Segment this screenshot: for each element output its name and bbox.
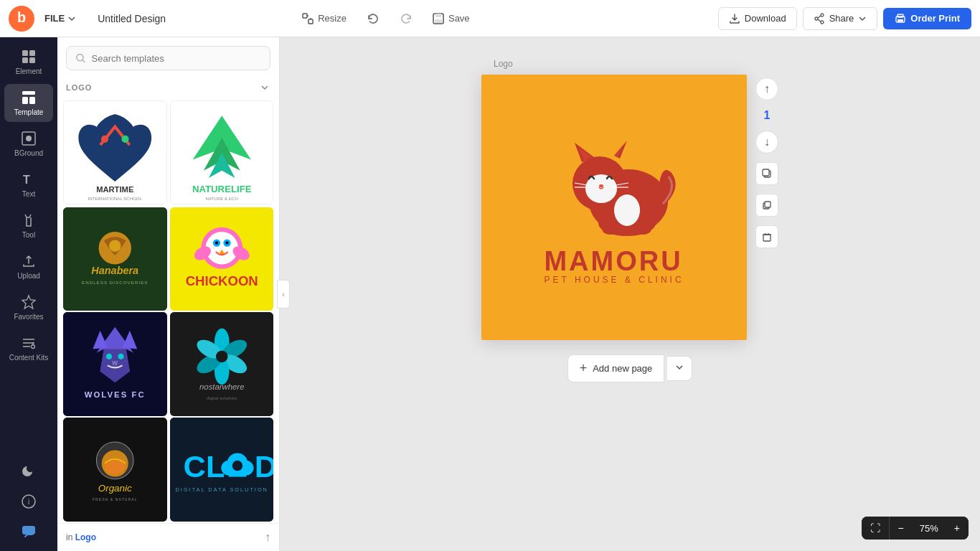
logo-link[interactable]: Logo — [75, 532, 96, 542]
add-new-page-button[interactable]: + Add new page — [567, 354, 665, 382]
moon-icon — [21, 463, 37, 479]
logo-section-label: LOGO — [66, 83, 92, 92]
sidebar-item-template[interactable]: Template — [4, 84, 53, 122]
svg-point-35 — [121, 136, 128, 143]
zoom-out-button[interactable]: − — [890, 517, 913, 540]
zoom-bar: ⛶ − 75% + — [862, 517, 969, 540]
document-title[interactable]: Untitled Design — [92, 10, 171, 27]
svg-point-108 — [614, 194, 640, 226]
svg-point-62 — [118, 354, 123, 359]
organic-logo: Organic FRESH & NATURAL — [63, 418, 167, 522]
svg-rect-16 — [29, 57, 35, 63]
svg-point-106 — [602, 223, 619, 235]
template-card-organic[interactable]: Organic FRESH & NATURAL — [63, 418, 167, 522]
template-card-naturelife[interactable]: NATURELIFE NATURE & ECO — [170, 100, 274, 204]
sidebar-item-text[interactable]: T Text — [4, 166, 53, 204]
sidebar-item-info[interactable]: i — [4, 488, 53, 515]
add-page-options-button[interactable] — [667, 356, 692, 381]
star-icon — [21, 294, 37, 310]
svg-text:T: T — [23, 174, 30, 186]
svg-rect-112 — [765, 202, 771, 207]
svg-point-46 — [109, 240, 121, 252]
martime-logo: MARTIME INTERNATIONAL SCHOOL — [64, 101, 166, 204]
svg-rect-17 — [22, 91, 35, 95]
content-kits-icon — [21, 335, 37, 351]
svg-rect-2 — [303, 14, 307, 18]
svg-point-100 — [599, 184, 603, 187]
sidebar-item-tool[interactable]: Tool — [4, 207, 53, 245]
svg-text:W: W — [112, 361, 118, 367]
page-controls: ↑ 1 ↓ — [755, 75, 778, 248]
template-card-nostarwhere[interactable]: nostarwhere digital solutions — [170, 312, 274, 416]
add-page-chevron-icon — [674, 362, 684, 372]
svg-text:CHICKOON: CHICKOON — [185, 273, 258, 288]
content-kits-label: Content Kits — [9, 354, 48, 362]
page-copy-button[interactable] — [755, 162, 778, 185]
save-button[interactable]: Save — [425, 9, 477, 29]
page-duplicate-button[interactable] — [755, 194, 778, 217]
template-card-cloud[interactable]: CL D DIGITAL DATA SOLUTION — [170, 418, 274, 522]
sidebar-item-night-mode[interactable] — [4, 458, 53, 485]
canvas-main[interactable]: MAMORU PET HOUSE & CLINIC — [481, 75, 747, 340]
download-label: Download — [745, 13, 786, 24]
svg-point-90 — [232, 461, 242, 471]
svg-rect-11 — [897, 14, 903, 17]
panel-collapse-button[interactable]: ‹ — [277, 280, 290, 309]
sidebar-item-bground[interactable]: BGround — [4, 125, 53, 163]
svg-text:Hanabera: Hanabera — [91, 264, 138, 276]
print-icon — [895, 13, 906, 24]
svg-rect-19 — [29, 97, 35, 104]
sidebar-item-favorites[interactable]: Favorites — [4, 288, 53, 326]
template-card-wolves[interactable]: W WOLVES FC — [63, 312, 167, 416]
svg-rect-110 — [763, 169, 769, 176]
svg-point-7 — [821, 14, 824, 17]
topbar-right: Download Share Order Print — [718, 7, 971, 30]
logo-section-header: LOGO — [57, 76, 279, 98]
file-chevron-icon — [67, 14, 76, 23]
redo-button[interactable] — [392, 8, 420, 29]
order-print-button[interactable]: Order Print — [883, 8, 971, 29]
sidebar-item-upload[interactable]: Upload — [4, 248, 53, 286]
page-down-button[interactable]: ↓ — [755, 131, 778, 154]
page-up-button[interactable]: ↑ — [755, 77, 778, 100]
logo-chevron-icon[interactable] — [259, 82, 270, 93]
template-card-hanabera[interactable]: Hanabera ENDLESS DISCOVERIES — [63, 207, 167, 311]
naturelife-logo: NATURELIFE NATURE & ECO — [171, 101, 273, 204]
search-input[interactable] — [92, 53, 261, 64]
order-print-label: Order Print — [910, 13, 960, 24]
svg-rect-6 — [435, 19, 442, 23]
page-number: 1 — [764, 109, 771, 122]
share-label: Share — [829, 13, 854, 24]
template-card-martime[interactable]: MARTIME INTERNATIONAL SCHOOL — [63, 100, 167, 204]
sidebar-item-chat[interactable] — [4, 518, 53, 545]
nostarwhere-logo: nostarwhere digital solutions — [170, 312, 274, 416]
download-button[interactable]: Download — [718, 7, 797, 30]
scroll-up-button[interactable]: ↑ — [265, 531, 270, 544]
svg-point-8 — [821, 21, 824, 24]
file-menu[interactable]: FILE — [40, 10, 80, 27]
share-button[interactable]: Share — [803, 7, 878, 30]
resize-button[interactable]: Resize — [295, 9, 354, 29]
svg-point-34 — [101, 136, 108, 143]
main-layout: Element Template BGround T Text — [0, 37, 980, 551]
bground-label: BGround — [14, 149, 43, 157]
svg-marker-23 — [22, 296, 35, 309]
favorites-label: Favorites — [14, 313, 43, 321]
sidebar-item-element[interactable]: Element — [4, 43, 53, 81]
svg-rect-3 — [308, 19, 313, 24]
upload-icon — [21, 253, 37, 269]
zoom-in-button[interactable]: + — [946, 517, 969, 540]
element-label: Element — [16, 67, 42, 75]
fullscreen-button[interactable]: ⛶ — [862, 517, 890, 540]
template-card-chickoon[interactable]: CHICKOON — [170, 207, 274, 311]
search-input-wrap[interactable] — [66, 46, 270, 70]
svg-point-61 — [106, 354, 112, 359]
svg-point-75 — [215, 351, 227, 363]
download-icon — [729, 13, 740, 24]
sidebar-item-content-kits[interactable]: Content Kits — [4, 329, 53, 367]
undo-button[interactable] — [359, 8, 387, 29]
page-delete-button[interactable] — [755, 225, 778, 248]
svg-text:CL: CL — [183, 449, 225, 484]
svg-rect-31 — [22, 526, 35, 534]
svg-text:DIGITAL DATA SOLUTION: DIGITAL DATA SOLUTION — [175, 486, 268, 493]
